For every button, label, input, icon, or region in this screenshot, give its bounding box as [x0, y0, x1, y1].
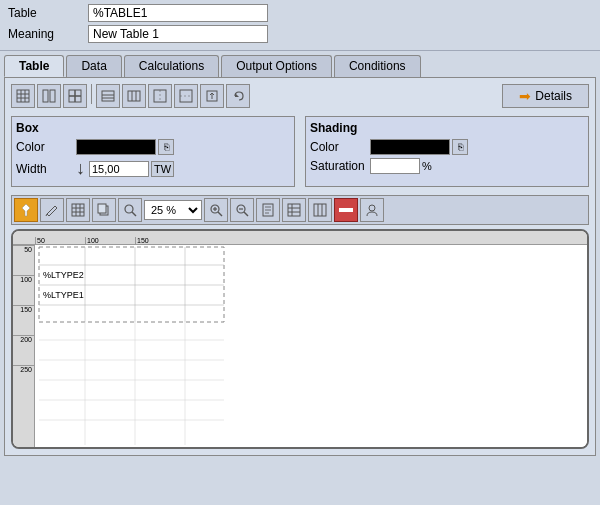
svg-rect-0 — [17, 90, 29, 102]
table-svg: %LTYPE2 %LTYPE1 — [35, 245, 587, 447]
tab-calculations[interactable]: Calculations — [124, 55, 219, 77]
svg-rect-50 — [339, 208, 353, 212]
table-label: Table — [8, 6, 88, 20]
canvas-content: %LTYPE2 %LTYPE1 — [35, 245, 587, 447]
shading-sat-unit: % — [422, 160, 432, 172]
tab-output-options[interactable]: Output Options — [221, 55, 332, 77]
box-color-row: Color ⎘ — [16, 139, 290, 155]
grid-view-btn[interactable] — [66, 198, 90, 222]
ruler-v-200: 200 — [13, 335, 34, 365]
ruler-v-150: 150 — [13, 305, 34, 335]
ruler-v-100: 100 — [13, 275, 34, 305]
tool-col-btn[interactable] — [37, 84, 61, 108]
canvas-area: 50 100 150 50 100 150 200 250 — [11, 229, 589, 449]
details-button[interactable]: ➡ Details — [502, 84, 589, 108]
table-btn2[interactable] — [282, 198, 306, 222]
details-arrow-icon: ➡ — [519, 88, 531, 104]
tool-grid-btn[interactable] — [11, 84, 35, 108]
svg-text:%LTYPE1: %LTYPE1 — [43, 290, 84, 300]
details-label: Details — [535, 89, 572, 103]
box-title: Box — [16, 121, 290, 135]
table-value: %TABLE1 — [88, 4, 268, 22]
meaning-label: Meaning — [8, 27, 88, 41]
svg-rect-43 — [288, 204, 300, 216]
svg-line-22 — [46, 214, 47, 216]
shading-section: Shading Color ⎘ Saturation % — [305, 116, 589, 187]
box-section: Box Color ⎘ Width ↓ TW — [11, 116, 295, 187]
zoom-out-btn[interactable] — [230, 198, 254, 222]
second-toolbar: 25 % 50 % 75 % 100 % — [11, 195, 589, 225]
ruler-left: 50 100 150 200 250 — [13, 245, 35, 447]
svg-rect-23 — [72, 204, 84, 216]
arrow-down-icon: ↓ — [76, 158, 85, 179]
ruler-v-50: 50 — [13, 245, 34, 275]
zoom-in-btn[interactable] — [204, 198, 228, 222]
tool-cols-btn[interactable] — [122, 84, 146, 108]
svg-rect-10 — [102, 91, 114, 101]
cols-btn2[interactable] — [308, 198, 332, 222]
svg-point-51 — [369, 205, 375, 211]
svg-rect-5 — [43, 90, 48, 102]
tool-cross-btn[interactable] — [63, 84, 87, 108]
box-color-swatch — [76, 139, 156, 155]
svg-line-38 — [244, 212, 248, 216]
shading-sat-row: Saturation % — [310, 158, 584, 174]
ruler-mark-50: 50 — [35, 237, 85, 244]
shading-color-swatch — [370, 139, 450, 155]
pencil-btn[interactable] — [40, 198, 64, 222]
tab-data[interactable]: Data — [66, 55, 121, 77]
sep1 — [91, 84, 92, 104]
tool-split-btn[interactable] — [174, 84, 198, 108]
person-btn[interactable] — [360, 198, 384, 222]
shading-color-label: Color — [310, 140, 370, 154]
svg-rect-47 — [314, 204, 326, 216]
top-toolbar: ➡ Details — [11, 84, 589, 108]
copy-btn[interactable] — [92, 198, 116, 222]
tool-rows-btn[interactable] — [96, 84, 120, 108]
ruler-mark-100: 100 — [85, 237, 135, 244]
zoom-circle-btn[interactable] — [118, 198, 142, 222]
pin-btn[interactable] — [14, 198, 38, 222]
box-color-label: Color — [16, 140, 76, 154]
tool-undo-btn[interactable] — [226, 84, 250, 108]
shading-sat-label: Saturation — [310, 159, 370, 173]
tool-merge-btn[interactable] — [148, 84, 172, 108]
svg-line-35 — [218, 212, 222, 216]
shading-title: Shading — [310, 121, 584, 135]
box-width-input[interactable] — [89, 161, 149, 177]
shading-sat-input[interactable] — [370, 158, 420, 174]
svg-rect-52 — [39, 247, 224, 322]
ruler-top: 50 100 150 — [13, 231, 587, 245]
tool-export-btn[interactable] — [200, 84, 224, 108]
ruler-mark-150: 150 — [135, 237, 185, 244]
zoom-select[interactable]: 25 % 50 % 75 % 100 % — [144, 200, 202, 220]
toolbar-buttons — [11, 84, 250, 108]
svg-line-31 — [132, 212, 136, 216]
ruler-v-250: 250 — [13, 365, 34, 395]
red-bar-btn[interactable] — [334, 198, 358, 222]
box-width-row: Width ↓ TW — [16, 158, 290, 179]
svg-rect-29 — [98, 204, 106, 213]
svg-rect-6 — [50, 90, 55, 102]
meaning-value: New Table 1 — [88, 25, 268, 43]
tab-table[interactable]: Table — [4, 55, 64, 77]
box-width-unit: TW — [151, 161, 174, 177]
svg-rect-13 — [128, 91, 140, 101]
properties-row: Box Color ⎘ Width ↓ TW Shading Color ⎘ S… — [11, 116, 589, 187]
tabs-bar: Table Data Calculations Output Options C… — [0, 51, 600, 77]
svg-point-30 — [125, 205, 133, 213]
tab-conditions[interactable]: Conditions — [334, 55, 421, 77]
page-btn[interactable] — [256, 198, 280, 222]
main-panel: ➡ Details Box Color ⎘ Width ↓ TW Shading… — [4, 77, 596, 456]
shading-color-row: Color ⎘ — [310, 139, 584, 155]
svg-text:%LTYPE2: %LTYPE2 — [43, 270, 84, 280]
shading-color-copy-btn[interactable]: ⎘ — [452, 139, 468, 155]
box-color-copy-btn[interactable]: ⎘ — [158, 139, 174, 155]
box-width-label: Width — [16, 162, 76, 176]
